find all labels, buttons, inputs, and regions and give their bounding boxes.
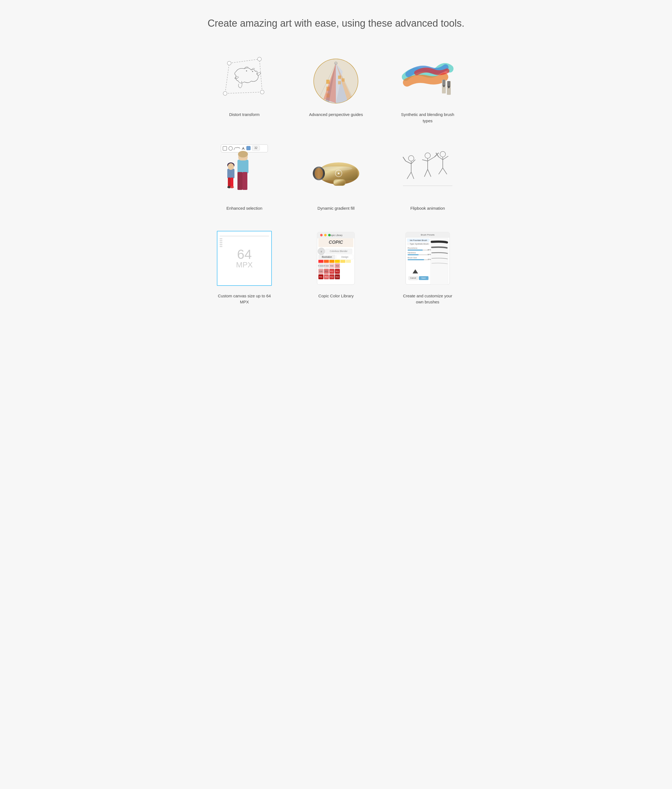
svg-line-61 (405, 161, 411, 164)
custom-brushes-image: Brush Presets Ink Fountain Brush Type: S… (397, 228, 458, 289)
flipbook-animation-image (397, 141, 458, 201)
svg-rect-143 (408, 254, 418, 255)
svg-text:R12: R12 (330, 276, 334, 278)
svg-text:Illustration: Illustration (322, 256, 332, 258)
canvas-size-visual: 64MPX (217, 231, 272, 286)
svg-point-56 (315, 168, 323, 179)
svg-text:R 0000: R 0000 (318, 265, 324, 267)
svg-rect-102 (340, 260, 345, 263)
svg-rect-38 (238, 160, 249, 173)
svg-rect-31 (447, 81, 450, 86)
svg-rect-29 (442, 80, 445, 85)
svg-text:Ink Fountain Brush: Ink Fountain Brush (410, 239, 427, 241)
svg-point-45 (228, 163, 234, 170)
features-grid: Distort transform (204, 47, 468, 305)
svg-text:0: 0 (321, 250, 322, 253)
svg-text:Hardness: Hardness (408, 252, 416, 254)
svg-text:Brush Presets: Brush Presets (421, 233, 434, 236)
canvas-size-label: Custom canvas size up to 64 MPX (217, 293, 272, 305)
svg-line-65 (411, 172, 414, 179)
svg-line-78 (439, 168, 443, 174)
svg-line-69 (428, 157, 434, 161)
feature-enhanced-selection: 32 (204, 141, 285, 212)
svg-point-5 (246, 70, 247, 72)
feature-brush-types: Synthetic and blending brush types (387, 47, 468, 124)
svg-point-59 (409, 155, 414, 161)
svg-rect-46 (228, 177, 231, 187)
svg-text:Cancel: Cancel (410, 277, 416, 279)
enhanced-selection-label: Enhanced selection (227, 205, 262, 212)
svg-text:R81: R81 (319, 276, 322, 278)
svg-point-42 (238, 151, 248, 158)
svg-rect-132 (430, 238, 448, 284)
svg-text:COPIC: COPIC (329, 240, 343, 244)
svg-rect-39 (238, 172, 243, 190)
svg-text:Colorless Blender: Colorless Blender (330, 250, 348, 252)
svg-line-79 (443, 168, 447, 174)
svg-text:50%: 50% (428, 254, 431, 255)
svg-text:32: 32 (254, 147, 258, 150)
svg-line-72 (428, 169, 431, 177)
feature-perspective-guides: Advanced perspective guides (296, 47, 376, 124)
svg-rect-100 (330, 260, 335, 263)
copic-library-label: Copic Color Library (318, 293, 353, 299)
svg-text:Roundness: Roundness (408, 247, 418, 249)
feature-distort-transform: Distort transform (204, 47, 285, 124)
svg-point-1 (227, 61, 231, 65)
svg-text:Design: Design (342, 256, 348, 258)
svg-line-75 (439, 157, 443, 160)
svg-point-73 (440, 152, 445, 157)
svg-point-84 (320, 234, 322, 236)
svg-point-55 (322, 166, 352, 171)
svg-text:Copic Library: Copic Library (329, 234, 343, 236)
svg-text:Brush Size: Brush Size (408, 257, 417, 259)
svg-rect-103 (346, 260, 351, 263)
svg-point-3 (260, 90, 264, 94)
svg-text:R 000: R 000 (324, 265, 329, 267)
svg-text:R20: R20 (336, 265, 339, 267)
svg-rect-40 (243, 172, 247, 190)
svg-text:R21: R21 (336, 270, 339, 272)
feature-copic-library: Copic Library COPIC 0 Colorless Blender … (296, 228, 376, 305)
svg-text:R22: R22 (336, 276, 339, 278)
feature-flipbook-animation: Flipbook animation (387, 141, 468, 212)
svg-text:Type: Synthetic Brush: Type: Synthetic Brush (410, 243, 428, 245)
svg-text:Save: Save (421, 277, 426, 279)
brush-types-label: Synthetic and blending brush types (400, 112, 455, 124)
gradient-fill-image (306, 141, 366, 201)
svg-text:75%: 75% (428, 259, 431, 260)
svg-line-68 (422, 160, 428, 161)
svg-text:R30: R30 (319, 270, 322, 272)
svg-rect-130 (405, 236, 450, 238)
svg-text:R02: R02 (325, 276, 328, 278)
svg-line-71 (425, 169, 428, 177)
svg-rect-47 (231, 177, 233, 187)
svg-text:R01: R01 (325, 270, 328, 272)
svg-point-66 (425, 153, 430, 158)
distort-transform-label: Distort transform (229, 112, 260, 118)
svg-rect-101 (335, 260, 340, 263)
svg-rect-35 (247, 146, 251, 150)
svg-point-6 (252, 71, 253, 72)
svg-text:R00: R00 (330, 265, 334, 267)
brush-types-image (397, 47, 458, 107)
perspective-guides-label: Advanced perspective guides (309, 112, 363, 118)
canvas-size-image: 64MPX (214, 228, 275, 289)
custom-brushes-label: Create and customize your own brushes (400, 293, 455, 305)
svg-rect-139 (408, 249, 423, 251)
svg-rect-43 (227, 169, 235, 178)
svg-line-64 (407, 172, 411, 179)
enhanced-selection-image: 32 (214, 141, 275, 201)
svg-point-54 (338, 172, 340, 174)
svg-rect-147 (408, 259, 424, 260)
canvas-mpx-text: 64MPX (236, 248, 253, 269)
svg-rect-99 (324, 260, 329, 263)
page-title: Create amazing art with ease, using thes… (5, 16, 667, 30)
svg-rect-98 (319, 260, 324, 263)
feature-custom-brushes: Brush Presets Ink Fountain Brush Type: S… (387, 228, 468, 305)
perspective-guides-image (306, 47, 366, 107)
svg-point-2 (257, 57, 262, 61)
copic-library-image: Copic Library COPIC 0 Colorless Blender … (306, 228, 366, 289)
svg-text:R11: R11 (330, 270, 334, 272)
svg-point-49 (230, 186, 234, 188)
